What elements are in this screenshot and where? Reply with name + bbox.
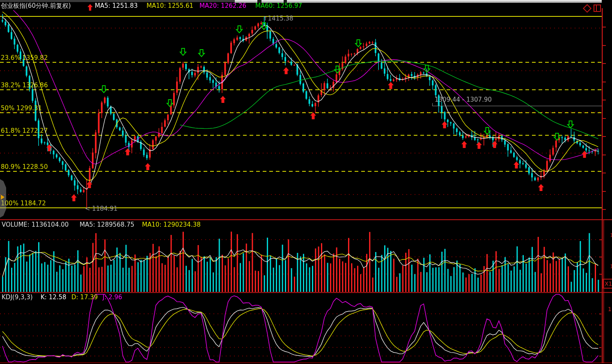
price-range-tooltip: 1309.44 - 1307.90 [435, 96, 492, 103]
kdj-j-value: J: 2.96 [103, 293, 122, 301]
volume-axis-label: 1 [610, 232, 612, 238]
instrument-title: 创业板指(60分钟.前复权) [1, 2, 71, 10]
price-chart-canvas[interactable] [0, 0, 612, 364]
split-window-icon[interactable] [594, 5, 601, 12]
fib-level-label: 50% 1299.31 [1, 105, 42, 112]
trough-pointer-icon: < [85, 205, 90, 212]
fib-level-label: 100% 1184.72 [1, 200, 46, 207]
volume-ma10-value: MA10: 1290234.38 [142, 221, 201, 228]
kdj-title: KDJ(9,3,3) [2, 293, 33, 301]
fib-level-label: 80.9% 1228.50 [1, 163, 48, 171]
zoom-multiplier-badge[interactable]: X1 [603, 279, 612, 289]
trading-app-window: { "header": { "title": "创业板指(60分钟.前复权)",… [0, 0, 612, 364]
ma10-value: MA10: 1255.61 [147, 2, 193, 9]
kdj-axis-label: 1 [608, 306, 612, 312]
trough-price-label: < 1184.91 [85, 205, 117, 212]
peak-price-value: 1415.38 [268, 15, 293, 22]
kdj-d-value: D: 17.39 [71, 293, 98, 301]
volume-ma5-value: MA5: 1289568.75 [80, 221, 134, 228]
kdj-k-value: K: 12.58 [41, 293, 66, 301]
fib-level-label: 23.6% 1359.82 [1, 54, 48, 61]
fib-level-label: 38.2% 1326.86 [1, 82, 48, 89]
expand-arrow-icon [1, 195, 5, 200]
ma60-value: MA60: 1256.97 [255, 2, 302, 9]
volume-axis-label: 1 [610, 263, 612, 269]
ma5-value: MA5: 1251.83 [95, 2, 138, 9]
fib-level-label: 61.8% 1272.27 [1, 127, 48, 134]
volume-value: VOLUME: 1136104.00 [2, 221, 69, 228]
trough-price-value: 1184.91 [92, 205, 117, 212]
ma20-value: MA20: 1262.26 [199, 2, 246, 9]
peak-price-label: ↑1415.38 [263, 15, 293, 22]
peak-pointer-icon: ↑ [263, 15, 268, 22]
